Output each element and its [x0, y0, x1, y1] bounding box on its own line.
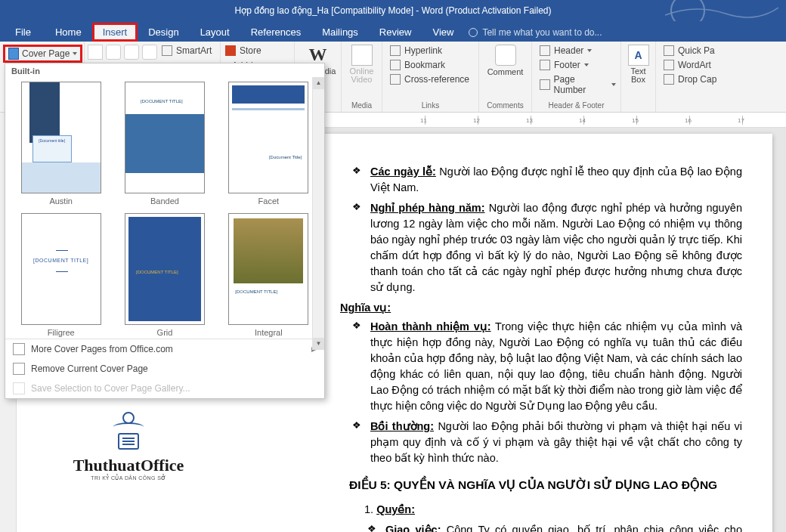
- pictures-icon[interactable]: [106, 45, 121, 60]
- cover-page-label: Cover Page: [22, 48, 70, 59]
- wordart-button[interactable]: WordArt: [662, 59, 713, 71]
- cover-page-icon: [8, 48, 19, 60]
- quickparts-icon: [664, 45, 674, 56]
- heading-dieu-5: ĐIỀU 5: QUYỀN VÀ NGHĨA VỤ CỦA NGƯỜI SỬ D…: [349, 477, 742, 493]
- scroll-up-icon[interactable]: ▲: [313, 77, 324, 89]
- dropcap-icon: [664, 74, 674, 85]
- comment-icon: [495, 45, 516, 66]
- header-icon: [540, 45, 550, 56]
- group-media: Media: [345, 100, 379, 112]
- video-icon: [351, 45, 373, 66]
- table-icon[interactable]: [88, 45, 103, 60]
- save-to-gallery: Save Selection to Cover Page Gallery...: [5, 379, 324, 398]
- online-video-button[interactable]: Online Video: [345, 43, 379, 85]
- drop-cap-button[interactable]: Drop Cap: [662, 73, 718, 85]
- gallery-scrollbar[interactable]: ▲ ▼: [312, 77, 324, 350]
- store-button[interactable]: Store: [224, 45, 263, 57]
- scroll-down-icon[interactable]: ▼: [313, 338, 324, 350]
- cross-reference-button[interactable]: Cross-reference: [388, 73, 471, 85]
- tab-references[interactable]: References: [240, 23, 311, 42]
- globe-icon: [13, 343, 25, 355]
- pagenum-icon: [540, 79, 550, 90]
- quick-parts-button[interactable]: Quick Pa: [662, 45, 716, 57]
- store-icon: [225, 45, 236, 56]
- cover-austin[interactable]: [Document title] Austin: [10, 77, 112, 207]
- group-header-footer: Header & Footer: [535, 100, 617, 112]
- save-icon: [13, 382, 25, 394]
- tab-mailings[interactable]: Mailings: [311, 23, 369, 42]
- crossref-icon: [390, 74, 401, 85]
- svg-point-0: [671, 0, 704, 21]
- watermark-logo: ThuthuatOffice TRI KỶ CỦA DÂN CÔNG SỞ: [53, 412, 204, 481]
- textbox-icon: A: [628, 45, 649, 66]
- tab-view[interactable]: View: [422, 23, 464, 42]
- cover-page-button[interactable]: Cover Page: [3, 45, 82, 63]
- comment-button[interactable]: Comment: [482, 43, 528, 78]
- bookmark-icon: [390, 60, 401, 70]
- group-links: Links: [385, 100, 475, 112]
- tab-insert[interactable]: Insert: [92, 23, 138, 42]
- page-number-button[interactable]: Page Number: [538, 73, 617, 96]
- footer-icon: [540, 60, 550, 70]
- tab-home[interactable]: Home: [45, 23, 92, 42]
- hyperlink-button[interactable]: Hyperlink: [388, 45, 444, 57]
- text-box-button[interactable]: A Text Box: [624, 43, 652, 85]
- smartart-icon: [162, 45, 172, 56]
- online-pictures-icon[interactable]: [124, 45, 139, 60]
- window-title: Hợp đồng lao động_Ha [Compatibility Mode…: [235, 5, 552, 16]
- remove-cover-page[interactable]: Remove Current Cover Page: [5, 359, 324, 379]
- tell-me-search[interactable]: Tell me what you want to do...: [464, 23, 606, 42]
- tab-file[interactable]: File: [5, 23, 42, 42]
- header-button[interactable]: Header: [538, 45, 593, 57]
- bulb-icon: [469, 28, 478, 37]
- tab-layout[interactable]: Layout: [190, 23, 240, 42]
- group-comments: Comments: [482, 100, 528, 112]
- cover-integral[interactable]: [DOCUMENT TITLE] Integral: [218, 209, 320, 339]
- cover-banded[interactable]: [DOCUMENT TITLE] Banded: [113, 77, 215, 207]
- cover-grid[interactable]: [DOCUMENT TITLE] Grid: [113, 209, 215, 339]
- more-cover-pages[interactable]: More Cover Pages from Office.com▶: [5, 339, 324, 359]
- hyperlink-icon: [390, 45, 401, 56]
- cover-filigree[interactable]: [DOCUMENT TITLE] Filigree: [10, 209, 112, 339]
- cover-facet[interactable]: [Document Title] Facet: [218, 77, 320, 207]
- shapes-icon[interactable]: [142, 45, 157, 60]
- ribbon-tabs: File Home Insert Design Layout Reference…: [0, 21, 786, 42]
- caret-down-icon: [73, 52, 77, 55]
- tab-design[interactable]: Design: [138, 23, 189, 42]
- tab-review[interactable]: Review: [369, 23, 422, 42]
- document-body[interactable]: Các ngày lễ: Người lao Động được nghỉ lễ…: [349, 164, 742, 532]
- bookmark-button[interactable]: Bookmark: [388, 59, 447, 71]
- title-bar: Hợp đồng lao động_Ha [Compatibility Mode…: [0, 0, 786, 21]
- footer-button[interactable]: Footer: [538, 59, 590, 71]
- smartart-button[interactable]: SmartArt: [160, 45, 213, 57]
- gallery-section-builtin: Built-in: [5, 63, 324, 77]
- tell-me-label: Tell me what you want to do...: [482, 27, 602, 38]
- heading-nghia-vu: Nghĩa vụ:: [340, 300, 742, 316]
- wikipedia-icon: W: [309, 45, 327, 65]
- cover-page-gallery: Built-in [Document title] Austin [DOCUME…: [5, 63, 325, 399]
- wordart-icon: [664, 60, 674, 70]
- remove-icon: [13, 363, 25, 375]
